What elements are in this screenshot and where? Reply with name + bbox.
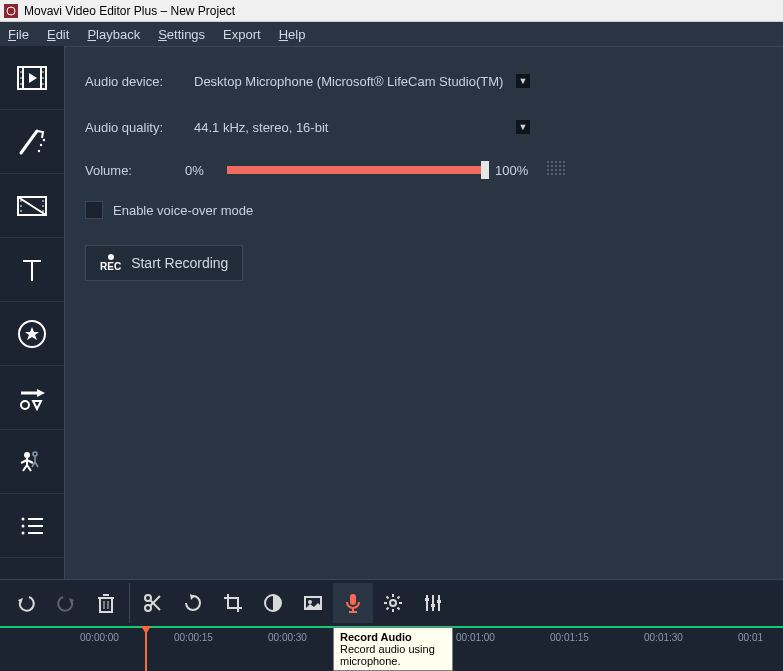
redo-button[interactable] bbox=[46, 583, 86, 623]
svg-point-30 bbox=[21, 401, 29, 409]
volume-meter-icon bbox=[547, 161, 565, 179]
time-tick: 00:01:30 bbox=[644, 632, 683, 643]
menu-settings[interactable]: Settings bbox=[158, 27, 205, 42]
time-tick: 00:01:00 bbox=[456, 632, 495, 643]
time-tick: 00:00:30 bbox=[268, 632, 307, 643]
audio-quality-select[interactable]: 44.1 kHz, stereo, 16-bit ▼ bbox=[185, 115, 535, 139]
app-icon bbox=[4, 4, 18, 18]
sidebar-filters-icon[interactable] bbox=[0, 110, 64, 174]
voiceover-label: Enable voice-over mode bbox=[113, 203, 253, 218]
voiceover-checkbox[interactable] bbox=[85, 201, 103, 219]
rotate-button[interactable] bbox=[173, 583, 213, 623]
time-tick: 00:00:00 bbox=[80, 632, 119, 643]
svg-rect-64 bbox=[437, 600, 441, 603]
clip-properties-button[interactable] bbox=[293, 583, 333, 623]
svg-rect-42 bbox=[100, 598, 112, 612]
sidebar-animation-icon[interactable] bbox=[0, 430, 64, 494]
audio-device-label: Audio device: bbox=[85, 74, 185, 89]
svg-point-14 bbox=[43, 138, 45, 140]
menu-playback[interactable]: Playback bbox=[87, 27, 140, 42]
svg-marker-31 bbox=[33, 401, 41, 409]
svg-point-13 bbox=[40, 143, 42, 145]
record-audio-tooltip: Record Audio Record audio using micropho… bbox=[333, 627, 453, 671]
playhead[interactable] bbox=[145, 628, 147, 671]
svg-marker-29 bbox=[37, 389, 45, 397]
audio-quality-value: 44.1 kHz, stereo, 16-bit bbox=[194, 120, 328, 135]
time-tick: 00:01 bbox=[738, 632, 763, 643]
menubar: File Edit Playback Settings Export Help bbox=[0, 22, 783, 46]
menu-help[interactable]: Help bbox=[279, 27, 306, 42]
svg-point-34 bbox=[22, 517, 25, 520]
svg-line-17 bbox=[18, 197, 46, 215]
sidebar-media-icon[interactable] bbox=[0, 46, 64, 110]
volume-slider[interactable] bbox=[227, 166, 485, 174]
svg-marker-27 bbox=[25, 327, 39, 340]
chevron-down-icon: ▼ bbox=[516, 74, 530, 88]
audio-device-value: Desktop Microphone (Microsoft® LifeCam S… bbox=[194, 74, 503, 89]
undo-button[interactable] bbox=[6, 583, 46, 623]
delete-button[interactable] bbox=[86, 583, 126, 623]
svg-marker-5 bbox=[29, 73, 37, 83]
timeline-toolbar: Record Audio Record audio using micropho… bbox=[0, 579, 783, 626]
time-tick: 00:00:15 bbox=[174, 632, 213, 643]
svg-marker-40 bbox=[18, 598, 23, 604]
color-adjust-button[interactable] bbox=[253, 583, 293, 623]
settings-button[interactable] bbox=[373, 583, 413, 623]
volume-label: Volume: bbox=[85, 163, 185, 178]
volume-min: 0% bbox=[185, 163, 217, 178]
svg-rect-60 bbox=[425, 598, 429, 601]
menu-export[interactable]: Export bbox=[223, 27, 261, 42]
menu-edit[interactable]: Edit bbox=[47, 27, 69, 42]
sidebar-transitions-icon[interactable] bbox=[0, 174, 64, 238]
svg-point-32 bbox=[24, 452, 30, 458]
crop-button[interactable] bbox=[213, 583, 253, 623]
menu-file[interactable]: File bbox=[8, 27, 29, 42]
volume-max: 100% bbox=[495, 163, 537, 178]
audio-device-select[interactable]: Desktop Microphone (Microsoft® LifeCam S… bbox=[185, 69, 535, 93]
svg-point-33 bbox=[33, 452, 37, 456]
record-audio-button[interactable]: Record Audio Record audio using micropho… bbox=[333, 583, 373, 623]
svg-line-12 bbox=[21, 131, 37, 153]
sidebar-more-icon[interactable] bbox=[0, 494, 64, 558]
svg-rect-0 bbox=[4, 4, 18, 18]
svg-point-58 bbox=[390, 600, 396, 606]
main: Audio device: Desktop Microphone (Micros… bbox=[0, 46, 783, 579]
start-recording-button[interactable]: REC Start Recording bbox=[85, 245, 243, 281]
svg-point-54 bbox=[308, 600, 312, 604]
chevron-down-icon: ▼ bbox=[516, 120, 530, 134]
svg-point-15 bbox=[38, 149, 40, 151]
svg-point-38 bbox=[22, 531, 25, 534]
tooltip-title: Record Audio bbox=[340, 631, 446, 643]
svg-rect-62 bbox=[431, 604, 435, 607]
svg-point-36 bbox=[22, 524, 25, 527]
window-title: Movavi Video Editor Plus – New Project bbox=[24, 4, 235, 18]
sidebar bbox=[0, 46, 64, 579]
split-button[interactable] bbox=[133, 583, 173, 623]
tooltip-body: Record audio using microphone. bbox=[340, 643, 446, 667]
sidebar-stickers-icon[interactable] bbox=[0, 302, 64, 366]
equalizer-button[interactable] bbox=[413, 583, 453, 623]
svg-marker-41 bbox=[69, 598, 74, 604]
rec-icon: REC bbox=[100, 254, 121, 272]
slider-thumb[interactable] bbox=[481, 161, 489, 179]
start-recording-label: Start Recording bbox=[131, 255, 228, 271]
audio-record-panel: Audio device: Desktop Microphone (Micros… bbox=[64, 46, 783, 579]
svg-rect-55 bbox=[350, 594, 356, 605]
sidebar-callouts-icon[interactable] bbox=[0, 366, 64, 430]
time-tick: 00:01:15 bbox=[550, 632, 589, 643]
sidebar-titles-icon[interactable] bbox=[0, 238, 64, 302]
audio-quality-label: Audio quality: bbox=[85, 120, 185, 135]
titlebar: Movavi Video Editor Plus – New Project bbox=[0, 0, 783, 22]
toolbar-divider bbox=[129, 583, 130, 623]
